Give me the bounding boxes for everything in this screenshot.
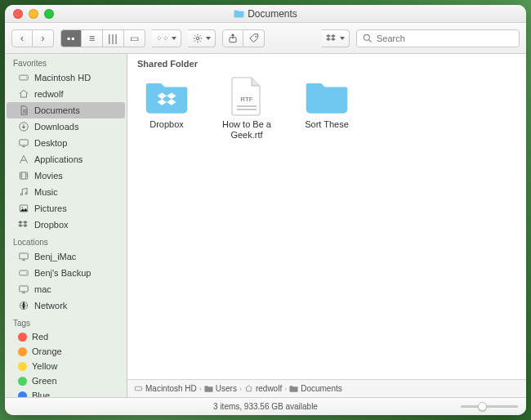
movies-icon xyxy=(18,170,29,181)
sidebar-item-label: Benj_iMac xyxy=(34,252,76,261)
sidebar-item-applications[interactable]: Applications xyxy=(7,151,125,168)
dropbox-icon xyxy=(18,219,29,230)
sidebar: FavoritesMacintosh HDredwolfDocumentsDow… xyxy=(5,54,127,397)
hdd-icon xyxy=(18,267,29,279)
action-menu-button[interactable] xyxy=(188,29,216,47)
path-crumb-label: Documents xyxy=(301,384,342,393)
view-columns-button[interactable]: ||| xyxy=(103,29,124,47)
sidebar-item-benj-s-backup[interactable]: Benj's Backup xyxy=(7,265,125,281)
search-input[interactable] xyxy=(377,34,514,43)
view-list-button[interactable]: ≡ xyxy=(82,29,103,47)
arrange-icon: ⁘⁘ xyxy=(156,34,169,42)
sidebar-item-redwolf[interactable]: redwolf xyxy=(7,86,125,102)
sidebar-item-benj-imac[interactable]: Benj_iMac xyxy=(7,248,125,265)
content-area: Shared Folder DropboxRTFHow to Be a Geek… xyxy=(127,54,526,397)
path-crumb-label: Macintosh HD xyxy=(145,384,197,393)
list-icon: ≡ xyxy=(89,33,95,44)
sidebar-item-yellow[interactable]: Yellow xyxy=(7,359,125,373)
sidebar-section-header: Tags xyxy=(5,314,127,329)
sidebar-item-label: Desktop xyxy=(34,138,67,148)
dropbox-icon xyxy=(326,33,337,44)
sidebar-item-label: Pictures xyxy=(34,203,67,213)
folder-header: Shared Folder xyxy=(127,54,526,72)
icon-size-slider[interactable] xyxy=(461,405,518,408)
sidebar-item-red[interactable]: Red xyxy=(7,329,125,344)
sidebar-item-label: Dropbox xyxy=(34,220,69,230)
chevron-down-icon xyxy=(172,37,176,40)
sidebar-item-downloads[interactable]: Downloads xyxy=(7,118,125,135)
path-crumb-label: redwolf xyxy=(256,384,282,393)
sidebar-item-documents[interactable]: Documents xyxy=(7,102,125,118)
path-separator: › xyxy=(199,385,202,393)
slider-knob[interactable] xyxy=(478,402,487,411)
file-item[interactable]: Sort These xyxy=(297,77,356,130)
sidebar-section-header: Favorites xyxy=(5,54,127,69)
network-icon xyxy=(18,300,29,311)
share-button[interactable] xyxy=(222,29,243,47)
file-item[interactable]: Dropbox xyxy=(137,77,196,130)
sidebar-item-label: mac xyxy=(34,284,51,294)
svg-text:RTF: RTF xyxy=(240,96,253,103)
sidebar-item-orange[interactable]: Orange xyxy=(7,344,125,359)
path-crumb[interactable]: Documents xyxy=(289,384,342,393)
view-icons-button[interactable]: ▪▪ xyxy=(60,29,82,47)
forward-button[interactable]: › xyxy=(33,29,54,47)
window-title-text: Documents xyxy=(248,8,297,20)
sidebar-item-pictures[interactable]: Pictures xyxy=(7,200,125,217)
arrange-segment: ⁘⁘ xyxy=(152,29,181,47)
path-crumb[interactable]: redwolf xyxy=(244,384,282,393)
finder-window: Documents ‹ › ▪▪ ≡ ||| ▭ ⁘⁘ xyxy=(5,5,526,415)
sidebar-item-label: Macintosh HD xyxy=(34,73,91,83)
tag-color-dot xyxy=(18,377,27,386)
sidebar-item-dropbox[interactable]: Dropbox xyxy=(7,217,125,233)
action-segment xyxy=(188,29,216,47)
tag-icon xyxy=(248,33,260,44)
path-crumb-label: Users xyxy=(216,384,237,393)
sidebar-item-label: Downloads xyxy=(34,122,78,132)
tag-color-dot xyxy=(18,391,27,398)
sidebar-item-network[interactable]: Network xyxy=(7,297,125,314)
grid-icon: ▪▪ xyxy=(67,33,76,44)
share-icon xyxy=(227,33,239,44)
nav-segment: ‹ › xyxy=(11,29,54,47)
sidebar-item-label: Movies xyxy=(34,171,63,181)
home-icon xyxy=(18,88,29,100)
dropbox-toolbar-button[interactable] xyxy=(322,29,350,47)
path-crumb[interactable]: Macintosh HD xyxy=(134,384,197,393)
minimize-window-button[interactable] xyxy=(29,9,38,19)
sidebar-item-label: Yellow xyxy=(32,361,57,371)
sidebar-item-music[interactable]: Music xyxy=(7,184,125,200)
chevron-down-icon xyxy=(206,37,211,40)
music-icon xyxy=(18,186,29,198)
apps-icon xyxy=(18,154,29,165)
svg-rect-17 xyxy=(237,105,257,107)
search-field[interactable] xyxy=(356,29,520,47)
desktop-icon xyxy=(18,137,29,149)
file-item[interactable]: RTFHow to Be a Geek.rtf xyxy=(217,77,276,141)
view-gallery-button[interactable]: ▭ xyxy=(124,29,145,47)
path-crumb[interactable]: Users xyxy=(204,384,237,393)
sidebar-item-label: Orange xyxy=(32,346,62,356)
sidebar-item-label: Music xyxy=(34,187,58,197)
titlebar: Documents xyxy=(5,5,526,23)
close-window-button[interactable] xyxy=(13,9,23,19)
status-bar: 3 items, 933.56 GB available xyxy=(5,397,526,415)
sidebar-item-blue[interactable]: Blue xyxy=(7,388,125,397)
rtf-icon: RTF xyxy=(224,77,270,116)
path-bar: Macintosh HD›Users›redwolf›Documents xyxy=(127,379,526,397)
sidebar-item-label: Benj's Backup xyxy=(34,268,91,278)
sidebar-item-green[interactable]: Green xyxy=(7,373,125,388)
sidebar-item-mac[interactable]: mac xyxy=(7,281,125,297)
sidebar-item-desktop[interactable]: Desktop xyxy=(7,135,125,151)
file-label: How to Be a Geek.rtf xyxy=(217,119,276,141)
sidebar-item-macintosh-hd[interactable]: Macintosh HD xyxy=(7,69,125,86)
tag-color-dot xyxy=(18,347,27,356)
back-button[interactable]: ‹ xyxy=(11,29,33,47)
arrange-button[interactable]: ⁘⁘ xyxy=(152,29,181,47)
sidebar-item-label: Blue xyxy=(32,391,50,397)
icon-grid[interactable]: DropboxRTFHow to Be a Geek.rtfSort These xyxy=(127,72,526,379)
status-text: 3 items, 933.56 GB available xyxy=(213,402,318,411)
sidebar-item-movies[interactable]: Movies xyxy=(7,168,125,184)
zoom-window-button[interactable] xyxy=(44,9,54,19)
tags-button[interactable] xyxy=(243,29,265,47)
